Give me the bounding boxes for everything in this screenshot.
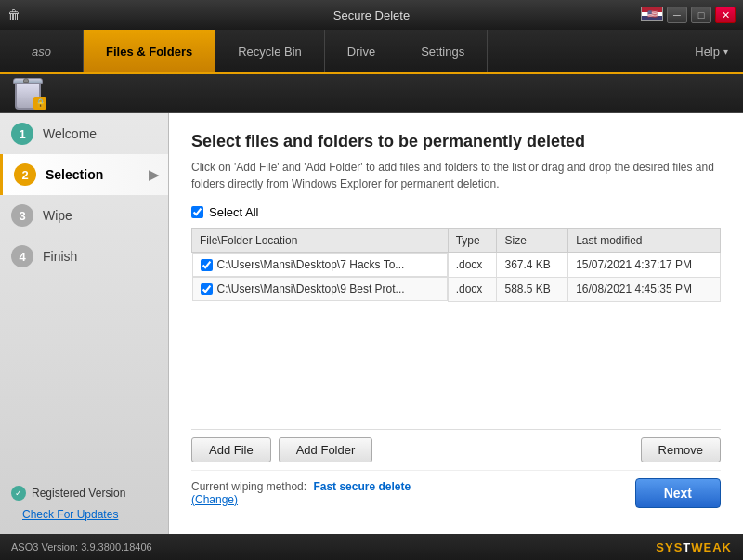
col-header-modified: Last modified <box>568 229 721 253</box>
step-num-3: 3 <box>11 204 33 227</box>
title-bar-left: 🗑 <box>7 7 20 22</box>
wipe-change-link[interactable]: (Change) <box>191 493 238 506</box>
flag-icon: 🇺🇸 <box>641 7 663 21</box>
sidebar-wrapper: 1 Welcome 2 Selection ▶ 3 Wipe 4 Finish … <box>0 113 169 534</box>
content-title: Select files and folders to be permanent… <box>191 132 721 151</box>
file-modified-1: 15/07/2021 4:37:17 PM <box>568 253 721 278</box>
step-num-1: 1 <box>11 123 33 145</box>
add-file-button[interactable]: Add File <box>191 437 271 462</box>
app-icon-bar: 🔒 <box>0 74 743 113</box>
file-type-1: .docx <box>448 253 497 278</box>
registered-version: ✓ Registered Version <box>11 486 157 501</box>
content-description: Click on 'Add File' and 'Add Folder' to … <box>191 159 721 192</box>
add-folder-button[interactable]: Add Folder <box>279 437 373 462</box>
file-checkbox-1[interactable] <box>201 259 213 271</box>
col-header-size: Size <box>497 229 568 253</box>
check-updates-link[interactable]: Check For Updates <box>11 504 157 525</box>
tab-drive[interactable]: Drive <box>325 30 398 72</box>
select-all-row: Select All <box>191 205 721 219</box>
sidebar-item-welcome[interactable]: 1 Welcome <box>0 113 168 154</box>
file-path-1: C:\Users\Mansi\Desktop\7 Hacks To... <box>192 253 448 277</box>
window-controls: 🇺🇸 ─ □ ✕ <box>641 7 736 23</box>
title-bar: 🗑 Secure Delete 🇺🇸 ─ □ ✕ <box>0 0 743 30</box>
version-text: ASO3 Version: 3.9.3800.18406 <box>11 541 152 553</box>
brand-text: SYSTWEAK <box>656 540 732 554</box>
nav-bar: aso Files & Folders Recycle Bin Drive Se… <box>0 30 743 74</box>
table-body: C:\Users\Mansi\Desktop\7 Hacks To... .do… <box>192 253 721 302</box>
sidebar-steps: 1 Welcome 2 Selection ▶ 3 Wipe 4 Finish <box>0 113 168 277</box>
file-checkbox-2[interactable] <box>201 283 213 295</box>
action-bar: Add File Add Folder Remove <box>191 429 721 470</box>
file-size-2: 588.5 KB <box>497 277 568 301</box>
file-table: File\Folder Location Type Size Last modi… <box>191 228 721 302</box>
file-size-1: 367.4 KB <box>497 253 568 278</box>
check-circle-icon: ✓ <box>11 486 26 501</box>
maximize-button[interactable]: □ <box>691 7 711 23</box>
wipe-method-value: Fast secure delete <box>313 480 411 493</box>
nav-tabs: Files & Folders Recycle Bin Drive Settin… <box>84 30 488 72</box>
table-row: C:\Users\Mansi\Desktop\9 Best Prot... .d… <box>192 277 721 301</box>
step-num-2: 2 <box>14 163 36 186</box>
select-all-label: Select All <box>209 205 258 219</box>
step-num-4: 4 <box>11 245 33 267</box>
wipe-method-label: Current wiping method: <box>191 480 306 493</box>
chevron-down-icon: ▾ <box>723 46 728 57</box>
nav-logo: aso <box>0 30 84 72</box>
main-layout: 1 Welcome 2 Selection ▶ 3 Wipe 4 Finish … <box>0 113 743 534</box>
wipe-info-left: Current wiping method: Fast secure delet… <box>191 480 411 506</box>
sidebar-item-wipe[interactable]: 3 Wipe <box>0 195 168 236</box>
remove-button[interactable]: Remove <box>641 437 721 462</box>
app-icon-small: 🗑 <box>7 7 20 22</box>
tab-files-folders[interactable]: Files & Folders <box>84 30 215 72</box>
col-header-location: File\Folder Location <box>192 229 449 253</box>
file-modified-2: 16/08/2021 4:45:35 PM <box>568 277 721 301</box>
wipe-info-bar: Current wiping method: Fast secure delet… <box>191 470 721 515</box>
select-all-checkbox[interactable] <box>191 206 203 218</box>
selection-arrow-icon: ▶ <box>149 167 159 182</box>
minimize-button[interactable]: ─ <box>667 7 687 23</box>
col-header-type: Type <box>448 229 497 253</box>
status-bar: ASO3 Version: 3.9.3800.18406 SYSTWEAK <box>0 534 743 560</box>
file-path-2: C:\Users\Mansi\Desktop\9 Best Prot... <box>192 277 448 301</box>
window-title: Secure Delete <box>333 8 410 22</box>
next-button[interactable]: Next <box>635 478 721 508</box>
table-row: C:\Users\Mansi\Desktop\7 Hacks To... .do… <box>192 253 721 278</box>
help-menu[interactable]: Help ▾ <box>680 30 743 72</box>
file-type-2: .docx <box>448 277 497 301</box>
content-area: Select files and folders to be permanent… <box>169 113 743 534</box>
close-button[interactable]: ✕ <box>715 7 736 23</box>
sidebar-item-selection[interactable]: 2 Selection ▶ <box>0 154 168 195</box>
app-logo: 🔒 <box>11 76 48 111</box>
tab-settings[interactable]: Settings <box>398 30 488 72</box>
table-header: File\Folder Location Type Size Last modi… <box>192 229 721 253</box>
sidebar-footer: ✓ Registered Version Check For Updates <box>0 476 168 534</box>
sidebar-item-finish[interactable]: 4 Finish <box>0 236 168 277</box>
tab-recycle-bin[interactable]: Recycle Bin <box>215 30 325 72</box>
file-table-container: File\Folder Location Type Size Last modi… <box>191 228 721 429</box>
